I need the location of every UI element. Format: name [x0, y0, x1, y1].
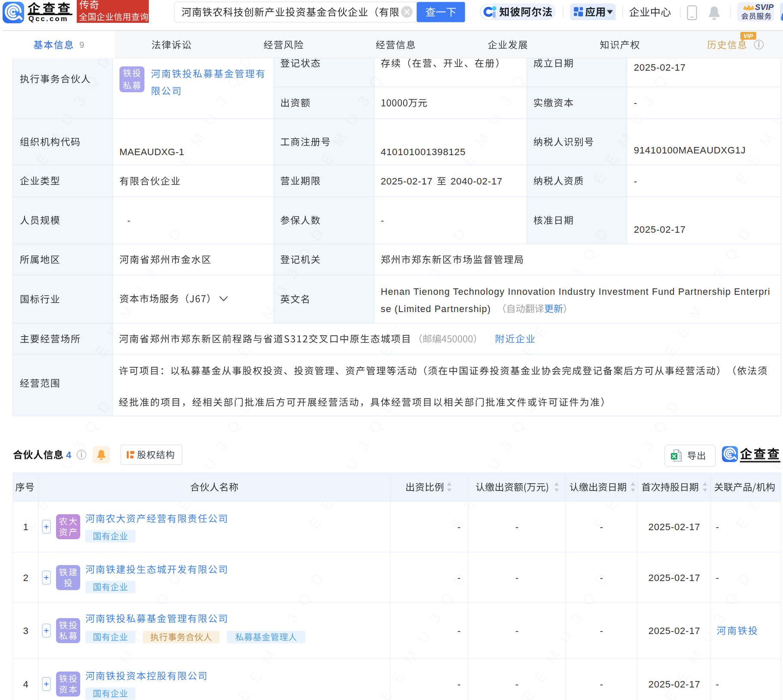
svg-text:-: - [381, 215, 384, 226]
svg-text:-: - [634, 176, 637, 187]
svg-text:2025-02-17: 2025-02-17 [634, 224, 686, 235]
svg-text:2025-02-17: 2025-02-17 [648, 572, 701, 583]
svg-text:-: - [515, 625, 518, 636]
svg-text:-: - [600, 679, 603, 690]
svg-text:4: 4 [66, 450, 72, 460]
svg-text:Henan Tienong Technology Innov: Henan Tienong Technology Innovation Indu… [381, 286, 770, 297]
svg-text:4: 4 [23, 679, 28, 690]
svg-text:-: - [515, 679, 518, 690]
svg-text:2025-02-17: 2025-02-17 [381, 176, 433, 187]
svg-text:-: - [457, 679, 460, 690]
svg-text:Qcc.com: Qcc.com [28, 15, 69, 22]
svg-text:-: - [600, 572, 603, 583]
svg-text:-: - [600, 522, 603, 532]
svg-text:-: - [515, 572, 518, 583]
svg-text:-: - [600, 625, 603, 636]
svg-text:2025-02-17: 2025-02-17 [648, 625, 701, 636]
svg-text:2040-02-17: 2040-02-17 [451, 176, 503, 187]
svg-text:2025-02-17: 2025-02-17 [648, 522, 701, 532]
svg-text:VIP: VIP [744, 33, 754, 39]
svg-text:-: - [127, 215, 130, 226]
svg-text:-: - [457, 522, 460, 532]
svg-text:410101001398125: 410101001398125 [381, 147, 466, 157]
svg-text:-: - [716, 572, 719, 583]
svg-text:3: 3 [23, 625, 28, 636]
svg-text:-: - [634, 97, 637, 108]
svg-text:MAEAUDXG-1: MAEAUDXG-1 [119, 147, 184, 157]
svg-text:2: 2 [23, 572, 28, 583]
svg-text:91410100MAEAUDXG1J: 91410100MAEAUDXG1J [634, 145, 746, 156]
svg-text:-: - [716, 522, 719, 532]
svg-text:2025-02-17: 2025-02-17 [648, 679, 701, 690]
svg-text:SVIP: SVIP [755, 3, 774, 12]
svg-text:1: 1 [23, 522, 28, 532]
svg-text:se (Limited Partnership): se (Limited Partnership) [381, 303, 491, 314]
svg-text:-: - [457, 625, 460, 636]
svg-text:-: - [457, 572, 460, 583]
svg-text:2025-02-17: 2025-02-17 [634, 62, 686, 73]
svg-text:9: 9 [79, 40, 84, 50]
svg-text:-: - [515, 522, 518, 532]
svg-text:-: - [716, 679, 719, 690]
